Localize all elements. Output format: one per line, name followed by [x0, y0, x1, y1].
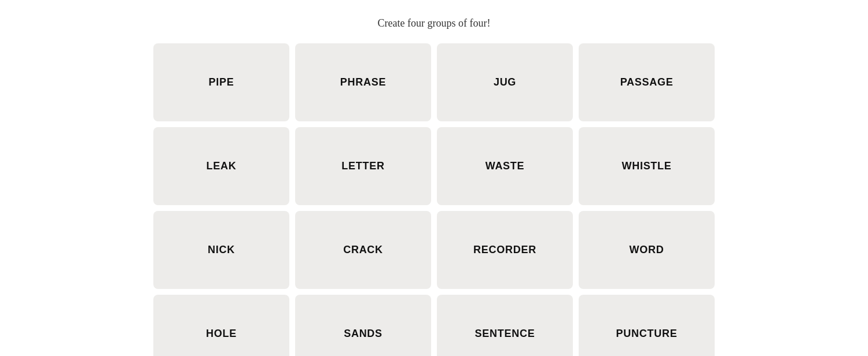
tile-sentence[interactable]: SENTENCE — [437, 295, 573, 356]
tile-label-sentence: SENTENCE — [475, 328, 535, 340]
tile-puncture[interactable]: PUNCTURE — [579, 295, 715, 356]
tile-label-hole: HOLE — [206, 328, 237, 340]
tile-label-puncture: PUNCTURE — [616, 328, 678, 340]
tile-label-pipe: PIPE — [209, 76, 234, 88]
tile-leak[interactable]: LEAK — [153, 127, 289, 205]
tile-phrase[interactable]: PHRASE — [295, 43, 431, 121]
tile-label-jug: JUG — [494, 76, 516, 88]
tile-waste[interactable]: WASTE — [437, 127, 573, 205]
tile-label-crack: CRACK — [343, 244, 383, 256]
tile-recorder[interactable]: RECORDER — [437, 211, 573, 289]
tile-label-phrase: PHRASE — [340, 76, 386, 88]
tile-label-sands: SANDS — [344, 328, 382, 340]
tile-word[interactable]: WORD — [579, 211, 715, 289]
tile-letter[interactable]: LETTER — [295, 127, 431, 205]
tile-label-nick: NICK — [208, 244, 235, 256]
tile-sands[interactable]: SANDS — [295, 295, 431, 356]
word-grid: PIPEPHRASEJUGPASSAGELEAKLETTERWASTEWHIST… — [153, 43, 715, 356]
tile-jug[interactable]: JUG — [437, 43, 573, 121]
tile-whistle[interactable]: WHISTLE — [579, 127, 715, 205]
tile-label-waste: WASTE — [486, 160, 525, 172]
tile-label-letter: LETTER — [341, 160, 384, 172]
tile-label-leak: LEAK — [207, 160, 237, 172]
tile-label-whistle: WHISTLE — [621, 160, 671, 172]
tile-label-recorder: RECORDER — [473, 244, 536, 256]
tile-nick[interactable]: NICK — [153, 211, 289, 289]
tile-pipe[interactable]: PIPE — [153, 43, 289, 121]
tile-crack[interactable]: CRACK — [295, 211, 431, 289]
tile-passage[interactable]: PASSAGE — [579, 43, 715, 121]
tile-hole[interactable]: HOLE — [153, 295, 289, 356]
tile-label-word: WORD — [630, 244, 664, 256]
tile-label-passage: PASSAGE — [620, 76, 674, 88]
game-subtitle: Create four groups of four! — [378, 17, 491, 29]
